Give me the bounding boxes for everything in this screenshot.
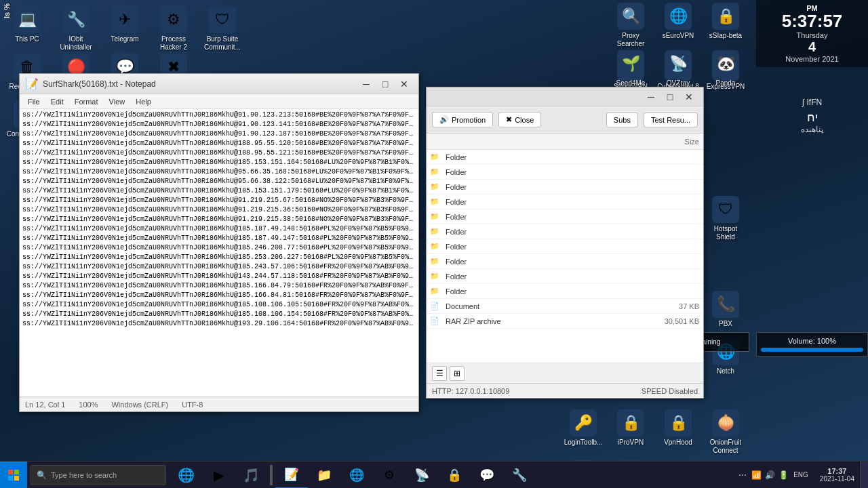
tray-battery[interactable]: 🔋 xyxy=(778,470,789,481)
top-desktop-icons: 💻 This PC 🔧 IObit Uninstaller ✈ Telegram… xyxy=(3,3,246,54)
taskbar-browser-active[interactable]: 🌐 xyxy=(340,462,373,489)
desktop-icon-telegram[interactable]: ✈ Telegram xyxy=(101,3,149,54)
notepad-line: ss://YWZlTI1Ni1nY206V0N1ejd5cmZaU0NRUVhT… xyxy=(22,253,416,262)
rtl-text: IfFN ∫ xyxy=(756,95,868,110)
onionfruit-label: OnionFruit Connect xyxy=(705,439,747,455)
file-manager-row[interactable]: 📁 Folder xyxy=(427,150,703,165)
file-manager-row[interactable]: 📁 Folder xyxy=(427,284,703,299)
desktop-icon-vpnhood[interactable]: 🔒 VpnHood xyxy=(654,407,702,458)
notepad-menu-edit[interactable]: Edit xyxy=(45,96,69,107)
popup-minimize-button[interactable]: ─ xyxy=(642,90,660,104)
notepad-titlebar[interactable]: 📝 SurfShark(50168).txt - Notepad ─ □ ✕ xyxy=(20,74,418,94)
svg-rect-3 xyxy=(14,476,19,481)
file-manager-row[interactable]: 📁 Folder xyxy=(427,254,703,269)
taskbar-notepad-active[interactable]: 📝 xyxy=(275,462,308,489)
notepad-minimize-button[interactable]: ─ xyxy=(357,77,375,91)
folder-name: Folder xyxy=(443,213,649,221)
notepad-line: ss://YWZlTI1Ni1nY206V0N1ejd5cmZaU0NRUVhT… xyxy=(22,177,416,186)
taskbar-vega-icon[interactable]: 🎵 xyxy=(235,462,267,489)
taskbar-kmplayer-icon[interactable]: ▶ xyxy=(202,462,235,489)
file-manager-row[interactable]: 📁 Folder xyxy=(427,269,703,284)
taskbar-app8-active[interactable]: 💬 xyxy=(471,462,503,489)
notepad-line: ss://YWZlTI1Ni1nY206V0N1ejd5cmZaU0NRUVhT… xyxy=(22,158,416,167)
file-manager-file-row[interactable]: 📄 Document 37 KB xyxy=(427,299,703,314)
popup-speed-status: SPEED Disabled xyxy=(642,387,698,395)
taskbar-clock[interactable]: 17:37 2021-11-04 xyxy=(814,467,860,483)
notepad-maximize-button[interactable]: □ xyxy=(376,77,394,91)
notepad-line: ss://YWZlTI1Ni1nY206V0N1ejd5cmZaU0NRUVhT… xyxy=(22,262,416,272)
app9-taskbar-icon: 🔧 xyxy=(512,468,527,483)
desktop-icon-onionfruit[interactable]: 🧅 OnionFruit Connect xyxy=(702,407,749,458)
notepad-line: ss://YWZlTI1Ni1nY206V0N1ejd5cmZaU0NRUVhT… xyxy=(22,120,416,129)
desktop-icon-hotspot[interactable]: 🛡 Hotspot Shield xyxy=(702,193,749,244)
panda-icon: 🐼 xyxy=(712,50,739,77)
file-manager-row[interactable]: 📁 Folder xyxy=(427,195,703,209)
subs-button[interactable]: Subs xyxy=(606,113,638,127)
hotspot-label: Hotspot Shield xyxy=(705,225,747,241)
list-view-button[interactable]: ☰ xyxy=(432,366,447,381)
taskbar-app6-active[interactable]: 📡 xyxy=(406,462,438,489)
desktop-icon-panda[interactable]: 🐼 Panda xyxy=(702,47,749,90)
popup-column-headers: Size xyxy=(427,134,703,150)
notepad-menu-help[interactable]: Help xyxy=(130,96,157,107)
taskbar-app9-active[interactable]: 🔧 xyxy=(503,462,536,489)
notepad-line: ss://YWZlTI1Ni1nY206V0N1ejd5cmZaU0NRUVhT… xyxy=(22,300,416,310)
start-button[interactable] xyxy=(0,462,27,489)
browser-taskbar-icon: 🌐 xyxy=(349,468,364,483)
svg-rect-1 xyxy=(14,470,19,474)
file-manager-file-row[interactable]: 📄 RAR ZIP archive 30,501 KB xyxy=(427,314,703,329)
notepad-line: ss://YWZlTI1Ni1nY206V0N1ejd5cmZaU0NRUVhT… xyxy=(22,281,416,291)
desktop-icon-iobit[interactable]: 🔧 IObit Uninstaller xyxy=(52,3,100,54)
taskbar-search-box[interactable]: 🔍 Type here to search xyxy=(31,465,166,485)
taskbar-filemanager-active[interactable]: 📁 xyxy=(308,462,340,489)
notepad-content-area[interactable]: ss://YWZlTI1Ni1nY206V0N1ejd5cmZaU0NRUVhT… xyxy=(20,109,418,396)
taskbar-browser-icon[interactable]: 🌐 xyxy=(170,462,202,489)
notepad-close-button[interactable]: ✕ xyxy=(395,77,413,91)
desktop-icon-pbx[interactable]: 📞 PBX xyxy=(702,288,749,331)
vpnhood-label: VpnHood xyxy=(664,439,692,447)
volume-label: Volume: 100% xyxy=(761,337,863,345)
taskbar-app7-active[interactable]: 🔒 xyxy=(438,462,471,489)
desktop-icon-logintoolbar[interactable]: 🔑 LoginToolb... xyxy=(559,407,607,458)
popup-maximize-button[interactable]: □ xyxy=(661,90,679,104)
notification-button[interactable] xyxy=(860,462,868,489)
tray-arrow[interactable]: ⋯ xyxy=(737,470,748,481)
notepad-menu-file[interactable]: File xyxy=(22,96,45,107)
taskbar-app5-active[interactable]: ⚙ xyxy=(373,462,406,489)
file-manager-row[interactable]: 📁 Folder xyxy=(427,165,703,180)
popup-close-button[interactable]: ✕ xyxy=(680,90,698,104)
notepad-menu-view[interactable]: View xyxy=(104,96,131,107)
desktop-icon-ssiap[interactable]: 🔒 sSIap-beta xyxy=(702,0,749,51)
desktop: Is % 💻 This PC 🔧 IObit Uninstaller ✈ Tel… xyxy=(0,0,868,488)
folder-name: Folder xyxy=(443,153,649,161)
desktop-icon-processhacker[interactable]: ⚙ Process Hacker 2 xyxy=(150,3,197,54)
taskbar-separator xyxy=(270,465,273,485)
close-label: Close xyxy=(515,116,534,124)
file-manager-row[interactable]: 📁 Folder xyxy=(427,239,703,254)
notepad-menu-format[interactable]: Format xyxy=(69,96,104,107)
popup-titlebar[interactable]: ─ □ ✕ xyxy=(427,87,703,106)
desktop-icon-proxy[interactable]: 🔍 Proxy Searcher xyxy=(607,0,654,51)
folder-icon: 📁 xyxy=(427,227,443,236)
promotion-button[interactable]: 🔊 Promotion xyxy=(432,112,493,127)
folder-icon: 📁 xyxy=(427,272,443,281)
desktop-icon-eurovpn[interactable]: 🌐 sEuroVPN xyxy=(654,0,702,51)
file-manager-row[interactable]: 📁 Folder xyxy=(427,209,703,224)
desktop-icon-burpsuite[interactable]: 🛡 Burp Suite Communit... xyxy=(199,3,246,54)
notepad-line: ss://YWZlTI1Ni1nY206V0N1ejd5cmZaU0NRUVhT… xyxy=(22,234,416,243)
popup-file-list[interactable]: 📁 Folder 📁 Folder 📁 Folder 📁 Folder 📁 Fo… xyxy=(427,150,703,363)
test-result-button[interactable]: Test Resu... xyxy=(644,113,698,127)
tray-volume[interactable]: 🔊 xyxy=(764,470,775,481)
desktop-icon-qvzray[interactable]: 📡 QVZray xyxy=(654,47,702,90)
close-popup-button[interactable]: ✖ Close xyxy=(498,112,541,127)
desktop-icon-seed4me[interactable]: 🌱 Seed4Me xyxy=(607,47,654,90)
grid-view-button[interactable]: ⊞ xyxy=(450,366,465,381)
file-manager-row[interactable]: 📁 Folder xyxy=(427,224,703,239)
desktop-icon-iprovpn[interactable]: 🔒 iProVPN xyxy=(607,407,654,458)
notepad-line: ss://YWZlTI1Ni1nY206V0N1ejd5cmZaU0NRUVhT… xyxy=(22,129,416,139)
file-manager-row[interactable]: 📁 Folder xyxy=(427,180,703,195)
file-icon: 📄 xyxy=(427,302,443,310)
notepad-line: ss://YWZlTI1Ni1nY206V0N1ejd5cmZaU0NRUVhT… xyxy=(22,110,416,120)
folder-icon: 📁 xyxy=(427,152,443,161)
tray-network[interactable]: 📶 xyxy=(751,470,762,481)
